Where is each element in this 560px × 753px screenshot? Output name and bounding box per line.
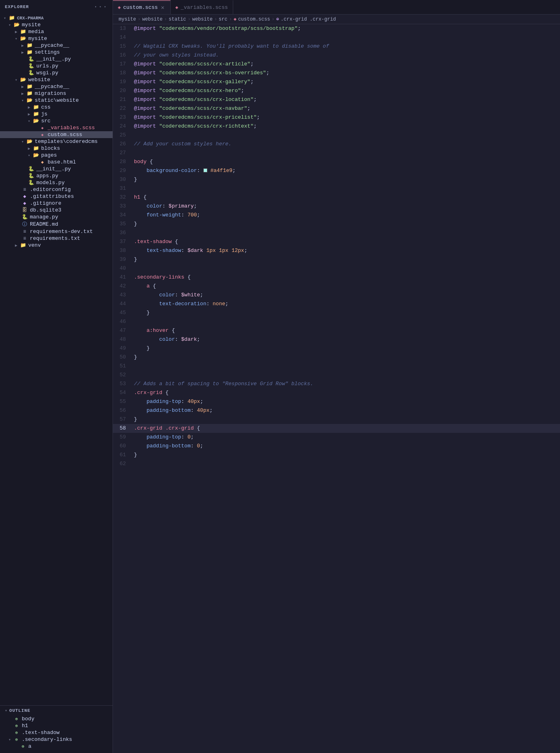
- tree-item-static-website[interactable]: ▾ 📂 static\website: [0, 97, 113, 104]
- tree-item-website[interactable]: ▾ 📂 website: [0, 76, 113, 83]
- outline-item-text-shadow[interactable]: ▶ ⊕ .text-shadow: [0, 729, 113, 736]
- tree-item-mysite[interactable]: ▾ 📂 mysite: [0, 21, 113, 28]
- tree-item-manage[interactable]: ▶ 🐍 manage.py: [0, 214, 113, 220]
- tab-label: custom.scss: [123, 4, 158, 10]
- line-number: 62: [113, 459, 132, 468]
- code-line: 44 text-decoration: none;: [113, 300, 560, 308]
- tree-label: models.py: [36, 180, 65, 186]
- tree-item-templates[interactable]: ▾ 📂 templates\coderedcms: [0, 138, 113, 145]
- tree-item-media[interactable]: ▶ 📁 media: [0, 28, 113, 35]
- tree-item-blocks[interactable]: ▶ 📁 blocks: [0, 145, 113, 152]
- code-line: 45 }: [113, 308, 560, 317]
- outline-item-secondary-links[interactable]: ▾ ⊕ .secondary-links: [0, 736, 113, 743]
- tree-label: .gitattributes: [30, 193, 74, 199]
- py-file-icon: 🐍: [27, 70, 35, 76]
- breadcrumb-website2[interactable]: website: [192, 17, 212, 22]
- tree-item-base-html[interactable]: ▶ ◆ base.html: [0, 159, 113, 166]
- explorer-menu-button[interactable]: ···: [94, 3, 108, 10]
- breadcrumb-website[interactable]: website: [142, 17, 162, 22]
- tree-item-editorconfig[interactable]: ▶ ≡ .editorconfig: [0, 186, 113, 193]
- tree-item-gitignore[interactable]: ▶ ◆ .gitignore: [0, 200, 113, 207]
- outline-header[interactable]: ▾ OUTLINE: [0, 706, 113, 715]
- outline-item-body[interactable]: ▶ ⊕ body: [0, 715, 113, 722]
- folder-icon: 📁: [32, 111, 40, 117]
- tree-item-variables-scss[interactable]: ▶ ◈ _variables.scss: [0, 124, 113, 131]
- tree-label: __init__.py: [36, 56, 71, 62]
- outline-arrow-icon: ▾: [5, 708, 8, 713]
- tree-item-req[interactable]: ▶ ≡ requirements.txt: [0, 235, 113, 242]
- tree-item-models[interactable]: ▶ 🐍 models.py: [0, 179, 113, 186]
- tree-item-db[interactable]: ▶ 🗄 db.sqlite3: [0, 207, 113, 214]
- tree-item-pages[interactable]: ▾ 📂 pages: [0, 152, 113, 159]
- arrow-icon: ▾: [13, 36, 19, 41]
- tree-item-req-dev[interactable]: ▶ ≡ requirements-dev.txt: [0, 228, 113, 235]
- tab-custom-scss[interactable]: ◈ custom.scss ✕: [113, 0, 171, 14]
- folder-icon: 📂: [19, 36, 27, 42]
- tree-item-js[interactable]: ▶ 📁 js: [0, 111, 113, 117]
- folder-icon: 📂: [26, 138, 33, 145]
- line-content: color: $primary;: [132, 202, 560, 211]
- code-line: 21 @import "coderedcms/scss/crx-location…: [113, 95, 560, 104]
- arrow-icon: ▶: [19, 91, 26, 96]
- line-number: 29: [113, 166, 132, 175]
- arrow-icon: ▶: [26, 112, 32, 117]
- tree-item-pycache2[interactable]: ▶ 📁 __pycache__: [0, 83, 113, 90]
- tree-item-venv[interactable]: ▶ 📁 venv: [0, 242, 113, 249]
- breadcrumb-src[interactable]: src: [219, 17, 228, 22]
- tree-item-gitattributes[interactable]: ▶ ◆ .gitattributes: [0, 193, 113, 200]
- line-number: 56: [113, 406, 132, 415]
- tree-item-pycache1[interactable]: ▶ 📁 __pycache__: [0, 42, 113, 49]
- line-content: @import "coderedcms/scss/crx-navbar";: [132, 104, 560, 113]
- breadcrumb-mysite[interactable]: mysite: [119, 17, 136, 22]
- line-number: 30: [113, 175, 132, 184]
- tree-label: __init__.py: [36, 166, 71, 172]
- tree-item-migrations[interactable]: ▶ 📁 migrations: [0, 90, 113, 97]
- tree-item-urls[interactable]: ▶ 🐍 urls.py: [0, 63, 113, 69]
- line-number: 26: [113, 140, 132, 149]
- line-content: @import "coderedcms/scss/crx-richtext";: [132, 122, 560, 131]
- tree-item-src[interactable]: ▾ 📂 src: [0, 117, 113, 124]
- tree-label: apps.py: [36, 173, 59, 179]
- tree-item-mysite-inner[interactable]: ▾ 📂 mysite: [0, 35, 113, 42]
- folder-icon: 📁: [19, 29, 27, 35]
- line-number: 41: [113, 273, 132, 282]
- line-number: 54: [113, 388, 132, 397]
- breadcrumb-custom-scss[interactable]: custom.scss: [238, 17, 270, 22]
- code-line: 27: [113, 149, 560, 157]
- tree-item-custom-scss[interactable]: ▶ ◈ custom.scss: [0, 131, 113, 138]
- outline-item-h1[interactable]: ▶ ⊕ h1: [0, 722, 113, 729]
- tree-item-init1[interactable]: ▶ 🐍 __init__.py: [0, 56, 113, 63]
- tree-item-apps[interactable]: ▶ 🐍 apps.py: [0, 172, 113, 179]
- folder-icon: 📁: [26, 42, 33, 48]
- outline-item-a[interactable]: ▶ ⊕ a: [0, 743, 113, 750]
- code-line: 33 color: $primary;: [113, 202, 560, 211]
- folder-icon: 📁: [26, 84, 33, 90]
- line-number: 20: [113, 86, 132, 95]
- tree-item-init2[interactable]: ▶ 🐍 __init__.py: [0, 166, 113, 172]
- tree-item-readme[interactable]: ▶ ⓘ README.md: [0, 220, 113, 228]
- tab-close-button[interactable]: ✕: [160, 4, 165, 11]
- line-number: 33: [113, 202, 132, 211]
- line-content: }: [132, 344, 560, 353]
- line-content: // your own styles instead.: [132, 51, 560, 60]
- tree-root-crx-pharma[interactable]: ▾ 📁 CRX-PHARMA: [0, 15, 113, 21]
- line-number: 35: [113, 220, 132, 229]
- code-line: 32 h1 {: [113, 193, 560, 202]
- code-editor[interactable]: 13 @import "coderedcms/vendor/bootstrap/…: [113, 24, 560, 753]
- code-line: 23 @import "coderedcms/scss/crx-pricelis…: [113, 113, 560, 122]
- code-line: 13 @import "coderedcms/vendor/bootstrap/…: [113, 24, 560, 33]
- code-line: 40: [113, 264, 560, 273]
- line-content: .crx-grid {: [132, 388, 560, 397]
- tree-item-settings[interactable]: ▶ 📁 settings: [0, 49, 113, 56]
- arrow-icon: ▾: [26, 119, 32, 124]
- tree-label: body: [22, 716, 34, 722]
- code-line: 18 @import "coderedcms/scss/crx-bs-overr…: [113, 69, 560, 78]
- tree-label: website: [28, 77, 50, 83]
- tree-item-wsgi[interactable]: ▶ 🐍 wsgi.py: [0, 69, 113, 76]
- tree-item-css[interactable]: ▶ 📁 css: [0, 104, 113, 111]
- tab-variables-scss[interactable]: ◈ _variables.scss: [171, 0, 233, 14]
- line-number: 49: [113, 344, 132, 353]
- breadcrumb-selector[interactable]: .crx-grid .crx-grid: [281, 17, 336, 22]
- tree-label: mysite: [22, 22, 41, 28]
- breadcrumb-static[interactable]: static: [169, 17, 186, 22]
